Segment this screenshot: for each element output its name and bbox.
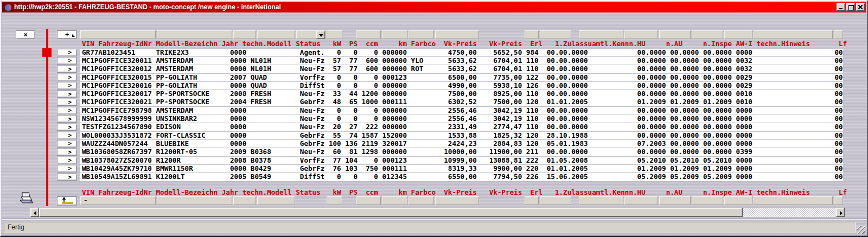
edit-input-n-inspe[interactable] [692,196,723,205]
filter-input-jahr[interactable] [233,30,256,39]
status-bar: Fertig [2,219,866,235]
grid-row[interactable]: MC1PGOFFICE320016 PP-GOLIATH 0000 QUAD D… [80,82,843,89]
grid-row[interactable]: WAUZZZ44DN057244 BLUEBIKE 0000 GebrFz 10… [80,140,843,148]
filter-input-lf[interactable] [834,30,843,39]
grid-row[interactable]: WB10429A45ZK79710 BMWR1150R 0000 B0429 G… [80,165,843,172]
filter-input-vin[interactable] [80,30,156,39]
edit-input-amtl-kennz[interactable] [579,196,623,205]
scrollbar-thumb[interactable] [39,208,743,217]
row-select-button[interactable]: > [57,124,77,131]
grid-row[interactable]: TESTFZG1234567890 EDISON 0000 Neu-Fz 20 … [80,123,843,131]
grid-row[interactable]: MC1PGOFFICE320017 PP-SPORTSOCKE 2008 FRE… [80,90,843,98]
add-row-arrow-icon [72,34,75,37]
filter-input-techn-modell[interactable] [257,30,295,39]
grid-footer-header-row: VIN Fahrzeug-IdNr Modell-Bezeichn Jahr t… [82,188,855,196]
edit-input-techn-hinweis[interactable] [754,196,833,205]
edit-input-vin[interactable]: - [80,196,156,205]
row-select-button[interactable]: > [57,82,77,89]
minimize-button[interactable] [837,3,845,11]
grid-row[interactable]: WB10368058ZR67397 R1200RT-05 2009 B0368 … [80,148,843,156]
scroll-left-button[interactable] [30,208,39,217]
edit-input-vk-preis[interactable] [435,196,479,205]
grid-marker-handle[interactable] [42,48,52,57]
grid-row[interactable]: NSW12345678999999 UNSINKBAR2 0000 Neu-Fz… [80,115,843,123]
grid-row-text: TESTFZG1234567890 EDISON 0000 Neu-Fz 20 … [82,123,843,131]
grid-row[interactable]: WB10378027ZS20070 R1200R 2008 B0378 Vorf… [80,157,843,164]
insert-row-button[interactable] [57,196,77,206]
grid-row[interactable]: MC1PGOFFICE320012 AMSTERDAM 0000 NL01H N… [80,65,843,73]
grid-row-text: GR77AB1023451 TRIKE2X3 0000 Agent. 0 0 0… [82,49,843,56]
grid-row-text: MC1PGOFFICE320016 PP-GOLIATH 0000 QUAD D… [82,82,843,89]
maximize-button[interactable] [846,3,855,11]
row-select-button[interactable]: > [57,132,77,139]
grid-row[interactable]: MC1PGOFFICE320021 PP-SPORTSOCKE 2004 FRE… [80,98,843,106]
row-select-button[interactable]: > [57,107,77,114]
edit-input-aw-i[interactable] [724,196,752,205]
row-select-button[interactable]: > [57,91,77,98]
edit-input-n-au[interactable] [659,196,691,205]
filter-input-kw[interactable] [327,30,342,39]
row-select-button[interactable]: > [57,57,77,65]
filter-input-techn-hinweis[interactable] [754,30,833,39]
status-filter-combobox[interactable] [296,30,326,39]
filter-input-amtl-kennz[interactable] [579,30,623,39]
row-select-button[interactable]: > [57,174,77,181]
row-select-button[interactable]: > [57,140,77,148]
close-button[interactable] [856,3,865,11]
grid-row[interactable]: WOL000033J3531872 FORT-CLASSIC 0000 Gebr… [80,132,843,139]
grid-row-text: MC1PGOFFICE320015 PP-GOLIATH 2007 QUAD V… [82,74,843,81]
filter-input-farbco[interactable] [409,30,434,39]
add-row-button[interactable]: + [57,30,77,39]
edit-input-jahr[interactable] [233,196,256,205]
filter-input-km[interactable] [382,30,407,39]
edit-input-farbco[interactable] [409,196,434,205]
edit-input-lf[interactable] [834,196,843,205]
grid-row-text: WB10378027ZS20070 R1200R 2008 B0378 Vorf… [82,157,843,164]
edit-input-n-hu[interactable] [624,196,658,205]
edit-input-km[interactable] [382,196,407,205]
row-select-button[interactable]: > [57,115,77,123]
filter-input-ccm[interactable] [356,30,381,39]
window-title: http://hwp2k:20551 - FAHRZEUG-BESTAND - … [14,2,281,12]
filter-input-aw-i[interactable] [724,30,752,39]
filter-input-erl[interactable] [525,30,539,39]
filter-input-modell[interactable] [157,30,232,39]
filter-input-n-hu[interactable] [624,30,658,39]
edit-input-ccm[interactable] [356,196,381,205]
grid-close-button[interactable]: × [16,30,35,39]
edit-input-erl[interactable] [525,196,539,205]
resize-grip[interactable] [857,226,865,234]
chevron-down-icon[interactable] [316,31,325,39]
add-row-label: + [65,31,69,39]
edit-input-techn-modell[interactable] [257,196,295,205]
horizontal-scrollbar[interactable] [30,208,845,217]
scroll-right-button[interactable] [836,208,845,217]
row-select-button[interactable]: > [57,99,77,106]
grid-row-text: WB10429A45ZK79710 BMWR1150R 0000 B0429 G… [82,165,843,172]
row-select-button[interactable]: > [57,157,77,164]
edit-input-zulassung[interactable] [540,196,571,205]
row-select-button[interactable]: > [57,165,77,172]
filter-input-vk-preis[interactable] [435,30,479,39]
grid-row-text: MC1PGOFFICE320021 PP-SPORTSOCKE 2004 FRE… [82,98,843,106]
edit-input-kw[interactable] [327,196,342,205]
grid-header-row[interactable]: VIN Fahrzeug-IdNr Modell-Bezeichn Jahr t… [82,40,855,48]
edit-input-modell[interactable] [157,196,232,205]
grid-row-text: WB10368058ZR67397 R1200RT-05 2009 B0368 … [82,148,843,156]
grid-row[interactable]: MC1PGOFFICE798798 AMSTERDAM 0000 Neu-Fz … [80,107,843,114]
grid-row[interactable]: GR77AB1023451 TRIKE2X3 0000 Agent. 0 0 0… [80,49,843,56]
grid-row-text: WAUZZZ44DN057244 BLUEBIKE 0000 GebrFz 10… [82,140,843,148]
filter-input-zulassung[interactable] [540,30,571,39]
status-message: Fertig [4,222,856,233]
filter-input-n-inspe[interactable] [692,30,723,39]
row-select-button[interactable]: > [57,66,77,73]
title-bar[interactable]: http://hwp2k:20551 - FAHRZEUG-BESTAND - … [2,2,866,12]
filter-input-n-au[interactable] [659,30,691,39]
row-select-button[interactable]: > [57,74,77,81]
print-button[interactable] [17,191,35,204]
row-select-button[interactable]: > [57,149,77,156]
row-select-button[interactable]: > [57,49,77,56]
grid-row[interactable]: WB10549A15ZL69891 K1200LT 2005 B0549 Dif… [80,173,843,181]
grid-row[interactable]: MC1PGOFFICE320015 PP-GOLIATH 2007 QUAD V… [80,74,843,81]
grid-row[interactable]: MC1PGOFFICE320011 AMSTERDAM 0000 NL01H N… [80,57,843,65]
